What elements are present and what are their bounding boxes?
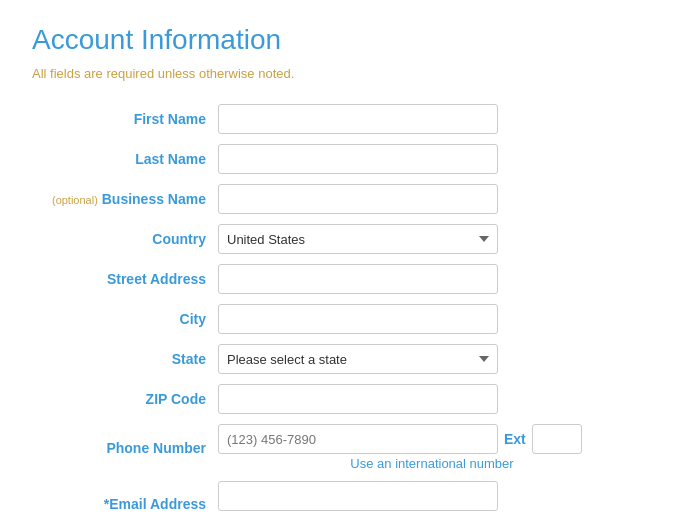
city-label: City (32, 299, 212, 339)
first-name-cell (212, 99, 652, 139)
state-row: State Please select a state Alabama Alas… (32, 339, 652, 379)
business-name-label: (optional) Business Name (32, 179, 212, 219)
street-address-row: Street Address (32, 259, 652, 299)
city-cell (212, 299, 652, 339)
last-name-input[interactable] (218, 144, 498, 174)
optional-tag: (optional) (52, 194, 98, 206)
street-address-input[interactable] (218, 264, 498, 294)
phone-number-label: Phone Number (32, 419, 212, 476)
first-name-row: First Name (32, 99, 652, 139)
last-name-row: Last Name (32, 139, 652, 179)
phone-ext-group: Ext (218, 424, 646, 454)
page-subtitle: All fields are required unless otherwise… (32, 66, 652, 81)
country-row: Country United States Canada United King… (32, 219, 652, 259)
city-row: City (32, 299, 652, 339)
state-select[interactable]: Please select a state Alabama Alaska Ari… (218, 344, 498, 374)
phone-input[interactable] (218, 424, 498, 454)
email-input[interactable] (218, 481, 498, 511)
ext-input[interactable] (532, 424, 582, 454)
page-title: Account Information (32, 24, 652, 56)
ext-label: Ext (504, 431, 526, 447)
street-address-label: Street Address (32, 259, 212, 299)
business-name-cell (212, 179, 652, 219)
business-name-row: (optional) Business Name (32, 179, 652, 219)
first-name-label: First Name (32, 99, 212, 139)
last-name-label: Last Name (32, 139, 212, 179)
email-cell: *Your receipt will be sent to this addre… (212, 476, 652, 512)
street-address-cell (212, 259, 652, 299)
business-name-input[interactable] (218, 184, 498, 214)
city-input[interactable] (218, 304, 498, 334)
state-cell: Please select a state Alabama Alaska Ari… (212, 339, 652, 379)
business-name-text: Business Name (102, 191, 206, 207)
country-cell: United States Canada United Kingdom Aust… (212, 219, 652, 259)
zip-code-input[interactable] (218, 384, 498, 414)
state-label: State (32, 339, 212, 379)
country-label: Country (32, 219, 212, 259)
zip-code-label: ZIP Code (32, 379, 212, 419)
email-row: *Email Address *Your receipt will be sen… (32, 476, 652, 512)
phone-number-cell: Ext Use an international number (212, 419, 652, 476)
country-select[interactable]: United States Canada United Kingdom Aust… (218, 224, 498, 254)
email-label: *Email Address (32, 476, 212, 512)
account-form: First Name Last Name (optional) Business… (32, 99, 652, 512)
phone-number-row: Phone Number Ext Use an international nu… (32, 419, 652, 476)
first-name-input[interactable] (218, 104, 498, 134)
last-name-cell (212, 139, 652, 179)
intl-number-link[interactable]: Use an international number (218, 456, 646, 471)
zip-code-row: ZIP Code (32, 379, 652, 419)
zip-code-cell (212, 379, 652, 419)
